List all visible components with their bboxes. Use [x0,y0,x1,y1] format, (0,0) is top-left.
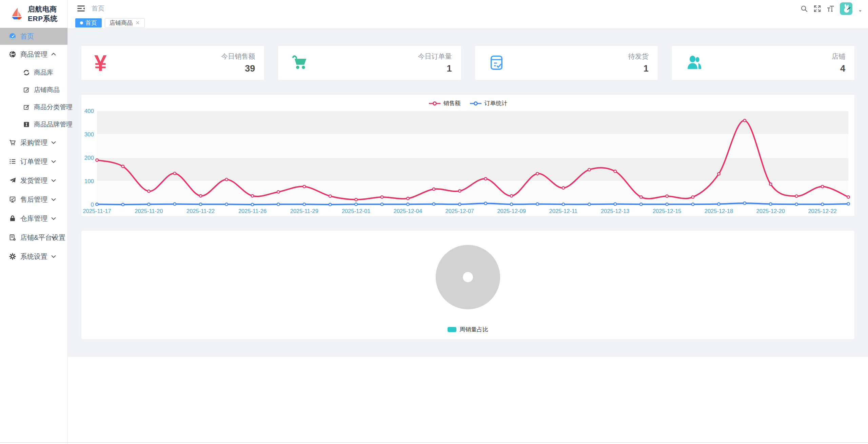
tag-label: 店铺商品 [110,19,133,27]
line-chart-plot: 01002003004002025-11-172025-11-202025-11… [81,108,854,217]
sidebar-item[interactable]: 商品管理 [0,45,67,64]
cart-icon [291,53,311,73]
x-tick-label: 2025-12-22 [808,208,836,214]
sidebar-subitem[interactable]: 商品品牌管理 [0,116,67,133]
sidebar-item[interactable]: 订单管理 [0,152,67,171]
x-tick-label: 2025-11-29 [290,208,318,214]
legend-marker-icon [470,101,482,106]
stat-value: 4 [832,63,845,74]
x-tick-label: 2025-12-20 [756,208,785,214]
donut-legend[interactable]: 周销量占比 [81,326,854,333]
font-size-icon[interactable] [827,5,834,13]
x-tick-label: 2025-11-26 [238,208,267,214]
line-chart-svg: 01002003004002025-11-172025-11-202025-11… [81,108,854,216]
lock-icon [9,215,16,222]
stat-card: 待发货 1 [475,45,658,80]
package-check-icon [488,53,508,73]
sidebar-item-label: 售后管理 [20,195,47,204]
sidebar-item[interactable]: 店铺&平台设置 [0,228,67,247]
fullscreen-icon[interactable] [813,5,821,13]
view-tag[interactable]: 店铺商品 [105,18,145,27]
top-header: 首页 [68,0,868,17]
chevron-up-icon [50,51,57,58]
view-tag[interactable]: 首页 [75,18,102,27]
y-tick-label: 100 [84,178,94,185]
sidebar-item[interactable]: 采购管理 [0,133,67,152]
legend-label: 销售额 [443,99,461,107]
fold-menu-icon[interactable] [77,4,85,13]
window-bottom-edge [0,442,868,443]
legend-item[interactable]: 销售额 [429,99,461,107]
stat-card: 店铺 4 [671,45,855,80]
x-tick-label: 2025-12-09 [497,208,526,214]
close-icon[interactable] [135,20,140,25]
sidebar-item-label: 首页 [20,32,34,41]
donut-svg [81,235,854,320]
tags-bar: 首页店铺商品 [68,17,868,29]
stat-value: 1 [418,63,452,74]
search-icon[interactable] [800,5,808,13]
stat-info: 今日订单量 1 [418,52,452,74]
sidebar-item[interactable]: 系统设置 [0,247,67,266]
sidebar-item-label: 系统设置 [20,252,47,261]
x-tick-label: 2025-12-18 [705,208,733,214]
chevron-down-icon [50,215,57,222]
legend-label: 订单统计 [485,99,508,107]
sidebar-subitem-label: 店铺商品 [34,85,60,94]
stat-card: 今日订单量 1 [278,45,461,80]
x-tick-label: 2025-11-22 [186,208,215,214]
sidebar-subitem[interactable]: 商品分类管理 [0,98,67,116]
donut-plot [81,235,854,321]
sidebar-item-label: 采购管理 [20,138,47,147]
y-tick-label: 400 [84,108,94,114]
stat-value: 1 [628,63,649,74]
sidebar-subitem-label: 商品分类管理 [34,103,73,112]
sidebar-subitem-label: 商品品牌管理 [34,120,73,129]
gear-icon [9,253,16,260]
header-tools [800,0,863,17]
breadcrumb[interactable]: 首页 [92,4,104,13]
sidebar-item[interactable]: 仓库管理 [0,209,67,228]
sidebar: 启航电商ERP系统 首页商品管理商品库店铺商品商品分类管理商品品牌管理采购管理订… [0,0,68,444]
sidebar-item[interactable]: 首页 [0,28,67,45]
x-tick-label: 2025-11-20 [135,208,163,214]
yen-icon: ¥ [94,53,107,73]
chevron-down-icon [50,158,57,165]
cart-outline-icon [9,139,16,146]
sidebar-item-label: 商品管理 [20,50,47,59]
x-tick-label: 2025-12-04 [394,208,422,214]
caret-down-icon[interactable] [858,8,863,13]
stat-info: 店铺 4 [832,52,845,74]
sidebar-subitem[interactable]: 商品库 [0,64,67,81]
y-tick-label: 300 [84,131,94,138]
y-tick-label: 200 [84,155,94,161]
stat-card: ¥ 今日销售额 39 [81,45,264,80]
sidebar-subitem[interactable]: 店铺商品 [0,81,67,98]
globe-icon [9,51,16,58]
x-tick-label: 2025-12-11 [549,208,577,214]
sidebar-subitem-label: 商品库 [34,68,53,77]
list-icon [9,158,16,165]
stat-label: 店铺 [832,52,845,61]
week-sales-donut-chart: 周销量占比 [81,230,855,340]
brand-square-icon [23,121,30,128]
sidebar-item-label: 仓库管理 [20,214,47,223]
stat-cards-row: ¥ 今日销售额 39 今日订单量 1 待发货 1 店铺 4 [81,45,855,80]
platform-icon [9,234,16,241]
line-chart-legend: 销售额 订单统计 [81,95,854,108]
dashboard-content: ¥ 今日销售额 39 今日订单量 1 待发货 1 店铺 4 销售额 订单统计 0… [68,29,868,357]
sales-orders-line-chart: 销售额 订单统计 01002003004002025-11-172025-11-… [81,94,855,216]
active-dot [80,21,83,24]
stat-label: 今日订单量 [418,52,452,61]
edit-square-icon [23,104,30,111]
stat-label: 待发货 [628,52,649,61]
dashboard-icon [9,33,16,40]
x-tick-label: 2025-11-17 [83,208,111,214]
legend-item[interactable]: 订单统计 [470,99,508,107]
stat-info: 今日销售额 39 [221,52,255,74]
sidebar-item[interactable]: 售后管理 [0,190,67,209]
x-tick-label: 2025-12-07 [446,208,474,214]
sidebar-item[interactable]: 发货管理 [0,171,67,190]
user-avatar[interactable] [840,2,852,15]
app-title: 启航电商ERP系统 [28,4,67,23]
